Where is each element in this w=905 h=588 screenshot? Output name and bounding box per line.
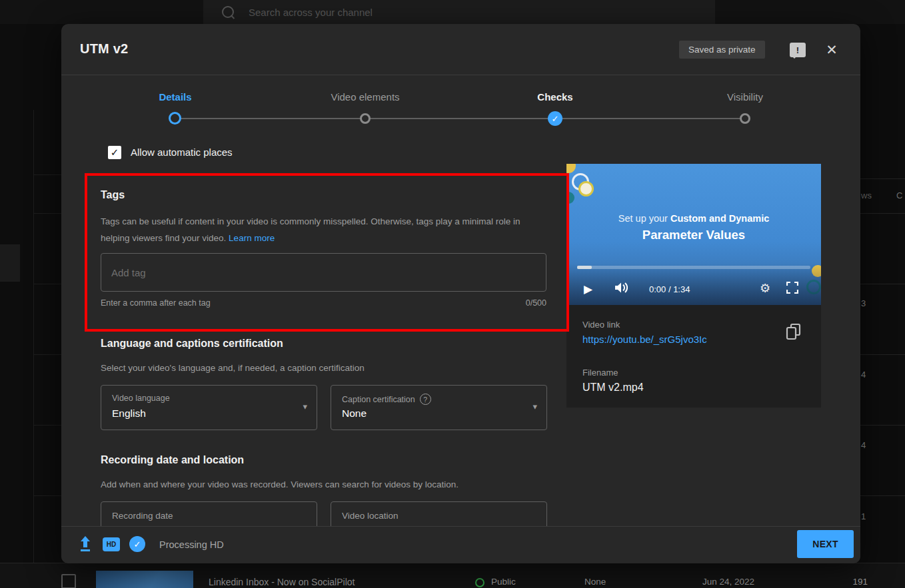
step-dot-visibility[interactable] [740,113,750,124]
player-controls-shade [566,264,821,305]
step-checks[interactable]: Checks [502,91,608,103]
help-icon[interactable]: ? [420,394,431,405]
dialog-footer: HD ✓ Processing HD NEXT [61,526,860,563]
caption-certification-label: Caption certification ? [342,394,431,405]
caption-certification-value: None [342,408,367,420]
row-divider [33,284,61,284]
row-checkbox[interactable] [61,574,76,588]
views-fragment: 4 [861,440,866,450]
search-icon [222,6,234,18]
video-language-select[interactable]: Video language English ▾ [101,385,317,430]
row-divider [860,354,905,355]
learn-more-link[interactable]: Learn more [229,233,275,243]
recording-heading: Recording date and location [101,454,244,466]
video-language-value: English [112,408,146,420]
language-subtitle: Select your video's language and, if nee… [101,363,365,373]
row-divider [860,213,905,214]
tags-meta: Enter a comma after each tag 0/500 [101,298,546,308]
volume-icon[interactable] [614,282,629,294]
search-bar[interactable]: Search across your channel [203,0,715,24]
video-info-panel: Video link https://youtu.be/_srG5jvo3Ic … [566,305,821,408]
upload-dialog: UTM v2 Saved as private ! ✕ Details Vide… [61,24,860,563]
allow-places-checkbox[interactable]: ✓ [108,146,121,159]
video-link-label: Video link [582,320,620,330]
close-icon[interactable]: ✕ [823,41,840,59]
row-divider [860,284,905,284]
comments-header-fragment: C [896,190,902,200]
sidebar-divider [33,110,34,563]
caption-certification-select[interactable]: Caption certification ? None ▾ [331,385,547,430]
row-divider [860,495,905,496]
views-header-fragment: ws [861,190,872,200]
progress-fill [577,266,592,269]
step-visibility[interactable]: Visibility [692,91,798,103]
row-divider [860,178,905,179]
step-details[interactable]: Details [122,91,229,103]
row-visibility: Public [491,577,516,587]
tags-description: Tags can be useful if content in your vi… [101,213,540,246]
copy-icon[interactable] [785,322,804,341]
video-player[interactable]: Set up your Custom and Dynamic Parameter… [566,164,821,305]
settings-gear-icon[interactable]: ⚙ [760,281,770,295]
feedback-icon[interactable]: ! [790,43,806,57]
filename-label: Filename [582,368,618,378]
youtube-studio-screen: Search across your channel ws C 3 4 4 1 … [0,0,905,588]
views-fragment: 3 [861,298,866,308]
recording-subtitle: Add when and where your video was record… [101,479,458,489]
player-title-line2: Parameter Values [566,228,821,242]
video-link[interactable]: https://youtu.be/_srG5jvo3Ic [582,334,707,345]
dialog-title: UTM v2 [80,41,128,57]
row-restrictions: None [584,577,606,587]
upload-icon [79,535,92,553]
recording-date-label: Recording date [112,511,173,521]
next-button[interactable]: NEXT [797,530,854,558]
row-divider [33,213,61,214]
decor-circle [578,181,594,196]
step-dot-details[interactable] [169,112,181,125]
fullscreen-icon[interactable] [786,282,798,294]
stepper-track [175,118,745,119]
play-icon[interactable]: ▶ [584,282,592,296]
tags-helper: Enter a comma after each tag [101,298,211,308]
decor-circle [566,192,574,204]
tags-heading: Tags [101,189,125,201]
row-views: 191 [836,577,868,587]
sidebar-highlight [0,244,20,282]
processing-check-icon: ✓ [129,536,145,552]
add-tag-input[interactable] [101,253,546,292]
row-divider [33,425,61,426]
annotation-box [85,173,569,332]
progress-bar[interactable] [577,266,810,269]
tags-counter: 0/500 [526,298,546,308]
video-location-label: Video location [342,511,399,521]
step-dot-checks[interactable]: ✓ [548,111,562,126]
video-language-label: Video language [112,394,170,403]
public-visibility-icon [475,578,484,587]
row-date: Jun 24, 2022 [702,577,754,587]
decor-circle [566,164,576,173]
views-fragment: 4 [861,370,866,380]
views-fragment: 1 [861,511,866,521]
time-display: 0:00 / 1:34 [649,284,690,294]
row-divider [33,174,61,175]
step-video-elements[interactable]: Video elements [312,91,419,103]
filename-value: UTM v2.mp4 [582,382,644,394]
player-title-line1: Set up your Custom and Dynamic [566,213,821,224]
saved-status-badge: Saved as private [679,41,765,59]
hd-badge-icon: HD [103,537,120,551]
step-dot-video-elements[interactable] [360,113,371,124]
chevron-down-icon: ▾ [303,402,307,412]
chevron-down-icon: ▾ [532,402,537,412]
row-divider [33,495,61,496]
search-placeholder: Search across your channel [249,7,373,18]
language-heading: Language and captions certification [101,338,283,350]
row-video-title[interactable]: Linkedin Inbox - Now on SocialPilot [209,577,355,587]
processing-status: Processing HD [159,539,224,550]
row-divider [33,354,61,355]
row-divider [860,425,905,426]
allow-places-label: Allow automatic places [131,147,233,158]
video-thumbnail[interactable] [96,571,193,588]
